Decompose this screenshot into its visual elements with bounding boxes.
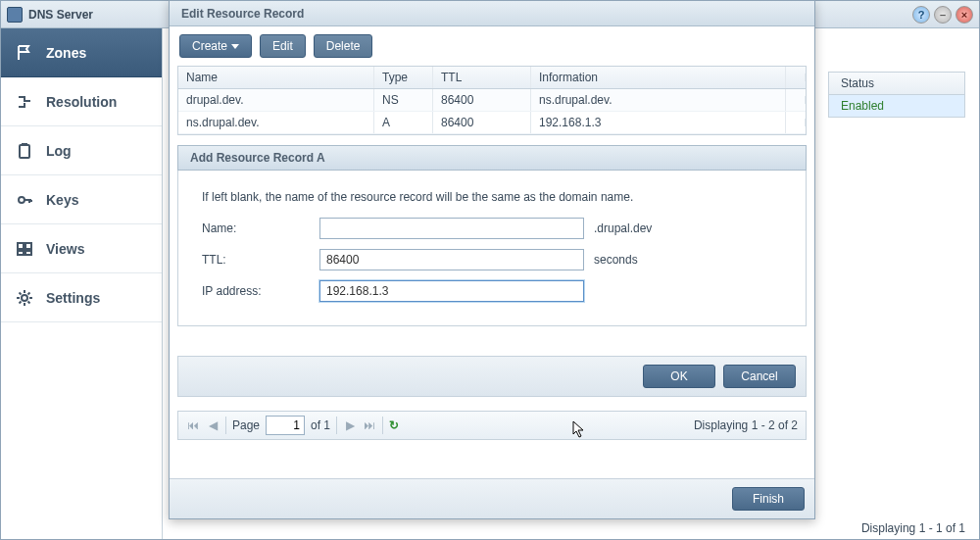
sidebar-item-log[interactable]: Log — [1, 126, 162, 175]
ok-button[interactable]: OK — [643, 365, 715, 388]
cell-name: drupal.dev. — [178, 89, 374, 111]
next-page-icon[interactable]: ▶ — [343, 418, 357, 432]
main-footer-status: Displaying 1 - 1 of 1 — [861, 521, 965, 535]
first-page-icon[interactable]: ⏮ — [186, 418, 200, 432]
key-icon — [15, 190, 34, 210]
svg-rect-1 — [22, 143, 27, 146]
svg-rect-3 — [18, 243, 24, 249]
hint-text: If left blank, the name of the resource … — [202, 190, 782, 204]
prev-page-icon[interactable]: ◀ — [206, 418, 220, 432]
cell-name: ns.drupal.dev. — [178, 112, 374, 133]
app-icon — [7, 7, 23, 23]
sidebar-item-resolution[interactable]: Resolution — [1, 77, 162, 126]
name-suffix: .drupal.dev — [594, 221, 652, 235]
col-info[interactable]: Information — [531, 67, 786, 88]
svg-point-7 — [22, 295, 27, 301]
records-grid: Name Type TTL Information drupal.dev. NS… — [177, 66, 807, 135]
table-row[interactable]: ns.drupal.dev. A 86400 192.168.1.3 — [178, 112, 806, 134]
status-column-header[interactable]: Status — [828, 72, 965, 95]
table-row[interactable]: drupal.dev. NS 86400 ns.drupal.dev. — [178, 89, 806, 112]
sidebar-item-label: Settings — [46, 290, 100, 306]
cell-type: NS — [374, 89, 433, 111]
add-record-panel: Add Resource Record A If left blank, the… — [177, 145, 807, 397]
sidebar-item-views[interactable]: Views — [1, 224, 162, 273]
sidebar-item-keys[interactable]: Keys — [1, 175, 162, 224]
dialog-title[interactable]: Edit Resource Record — [170, 1, 814, 26]
cancel-button[interactable]: Cancel — [723, 365, 796, 388]
grid-header-row: Name Type TTL Information — [178, 67, 806, 89]
cell-type: A — [374, 112, 433, 133]
close-icon[interactable]: × — [956, 6, 973, 24]
sidebar: Zones Resolution Log Keys — [1, 28, 163, 539]
col-ttl[interactable]: TTL — [433, 67, 531, 88]
page-label: Page — [232, 418, 260, 432]
toolbar: Create Edit Delete — [170, 26, 814, 66]
gear-icon — [15, 288, 34, 308]
pager-status: Displaying 1 - 2 of 2 — [694, 418, 798, 432]
page-of-label: of 1 — [311, 418, 330, 432]
svg-point-2 — [19, 197, 24, 203]
sidebar-item-settings[interactable]: Settings — [1, 273, 162, 322]
add-record-title: Add Resource Record A — [177, 145, 807, 171]
name-label: Name: — [202, 221, 319, 235]
sidebar-item-zones[interactable]: Zones — [1, 28, 162, 77]
status-cell[interactable]: Enabled — [828, 95, 965, 118]
pager: ⏮ ◀ Page of 1 ▶ ⏭ ↻ Displaying 1 - 2 of … — [177, 411, 807, 440]
cell-info: 192.168.1.3 — [531, 112, 786, 133]
edit-button[interactable]: Edit — [260, 34, 306, 58]
edit-record-dialog: Edit Resource Record Create Edit Delete … — [169, 0, 815, 519]
ttl-label: TTL: — [202, 253, 319, 267]
name-input[interactable] — [319, 218, 584, 239]
col-name[interactable]: Name — [178, 67, 374, 88]
finish-button[interactable]: Finish — [732, 487, 805, 511]
last-page-icon[interactable]: ⏭ — [363, 418, 376, 432]
svg-rect-4 — [25, 243, 31, 249]
app-title: DNS Server — [28, 8, 93, 22]
svg-rect-0 — [20, 145, 29, 158]
ttl-input[interactable] — [319, 249, 584, 270]
cell-ttl: 86400 — [433, 89, 531, 111]
sidebar-item-label: Keys — [46, 192, 78, 208]
help-icon[interactable]: ? — [912, 6, 930, 24]
sidebar-item-label: Views — [46, 241, 84, 257]
sidebar-item-label: Log — [46, 143, 72, 159]
create-label: Create — [192, 39, 227, 53]
svg-rect-6 — [25, 251, 31, 255]
flag-icon — [15, 43, 34, 63]
sidebar-item-label: Resolution — [46, 94, 117, 110]
clipboard-icon — [15, 141, 34, 161]
views-icon — [15, 239, 34, 259]
delete-button[interactable]: Delete — [314, 34, 373, 58]
minimize-icon[interactable]: – — [934, 6, 952, 24]
refresh-icon[interactable]: ↻ — [389, 418, 399, 432]
create-button[interactable]: Create — [179, 34, 252, 58]
ttl-suffix: seconds — [594, 253, 638, 267]
sidebar-item-label: Zones — [46, 45, 86, 61]
cell-info: ns.drupal.dev. — [531, 89, 786, 111]
page-input[interactable] — [266, 416, 305, 435]
cell-ttl: 86400 — [433, 112, 531, 133]
ip-label: IP address: — [202, 284, 319, 298]
chevron-down-icon — [231, 44, 239, 49]
resolution-icon — [15, 92, 34, 112]
ip-input[interactable] — [319, 280, 584, 302]
svg-rect-5 — [18, 251, 24, 255]
col-type[interactable]: Type — [374, 67, 433, 88]
window-buttons: ? – × — [912, 6, 973, 24]
